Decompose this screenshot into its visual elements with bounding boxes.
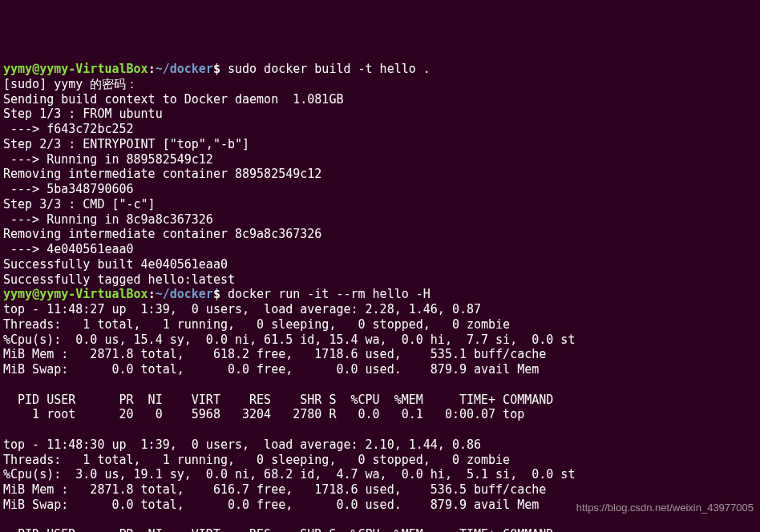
- top-output-line: Threads: 1 total, 1 running, 0 sleeping,…: [3, 317, 510, 332]
- prompt-tilde: ~: [156, 287, 163, 301]
- prompt-slash: /: [163, 287, 170, 301]
- prompt-at: @: [32, 62, 39, 76]
- top-output-line: %Cpu(s): 0.0 us, 15.4 sy, 0.0 ni, 61.5 i…: [3, 332, 575, 347]
- build-output-line: ---> Running in 8c9a8c367326: [3, 212, 213, 227]
- terminal-viewport[interactable]: yymy@yymy-VirtualBox:~/docker$ sudo dock…: [3, 62, 757, 532]
- prompt-user: yymy: [3, 62, 32, 76]
- build-output-line: ---> f643c72bc252: [3, 122, 134, 136]
- build-output-line: Step 1/3 : FROM ubuntu: [3, 107, 163, 121]
- build-output-line: Successfully built 4e040561eaa0: [3, 257, 228, 272]
- build-output-line: Removing intermediate container 88958254…: [3, 167, 321, 181]
- prompt-at: @: [32, 287, 39, 301]
- top-output-line: MiB Swap: 0.0 total, 0.0 free, 0.0 used.…: [3, 498, 539, 512]
- prompt-host: yymy-VirtualBox: [39, 287, 148, 301]
- prompt-line-1: yymy@yymy-VirtualBox:~/docker$ sudo dock…: [3, 62, 431, 76]
- top-output-line: PID USER PR NI VIRT RES SHR S %CPU %MEM …: [3, 527, 553, 532]
- top-output-line: MiB Swap: 0.0 total, 0.0 free, 0.0 used.…: [3, 362, 539, 377]
- prompt-slash: /: [163, 62, 170, 76]
- prompt-tilde: ~: [156, 62, 163, 76]
- prompt-line-2: yymy@yymy-VirtualBox:~/docker$ docker ru…: [3, 287, 431, 301]
- prompt-dollar: $: [213, 62, 220, 76]
- top-output-line: %Cpu(s): 3.0 us, 19.1 sy, 0.0 ni, 68.2 i…: [3, 467, 575, 482]
- prompt-host: yymy-VirtualBox: [39, 62, 148, 76]
- top-output-line: Threads: 1 total, 1 running, 0 sleeping,…: [3, 453, 510, 467]
- build-output-line: Successfully tagged hello:latest: [3, 272, 235, 287]
- build-output-line: Removing intermediate container 8c9a8c36…: [3, 227, 321, 241]
- build-output-line: Sending build context to Docker daemon 1…: [3, 92, 343, 107]
- top-output-line: MiB Mem : 2871.8 total, 618.2 free, 1718…: [3, 347, 546, 361]
- prompt-colon: :: [148, 287, 156, 301]
- build-output-line: ---> 4e040561eaa0: [3, 242, 134, 256]
- build-output-line: ---> Running in 889582549c12: [3, 152, 213, 167]
- build-output-line: Step 3/3 : CMD ["-c"]: [3, 197, 156, 212]
- prompt-colon: :: [148, 62, 156, 76]
- top-output-line: top - 11:48:27 up 1:39, 0 users, load av…: [3, 302, 481, 316]
- prompt-dollar: $: [213, 287, 220, 301]
- command-text-2: docker run -it --rm hello -H: [228, 287, 431, 301]
- top-output-line: top - 11:48:30 up 1:39, 0 users, load av…: [3, 437, 481, 452]
- build-output-line: ---> 5ba348790606: [3, 182, 134, 196]
- top-output-line: 1 root 20 0 5968 3204 2780 R 0.0 0.1 0:0…: [3, 407, 524, 421]
- build-output-line: Step 2/3 : ENTRYPOINT ["top","-b"]: [3, 137, 249, 151]
- prompt-user: yymy: [3, 287, 32, 301]
- prompt-path: docker: [170, 62, 213, 76]
- top-output-line: PID USER PR NI VIRT RES SHR S %CPU %MEM …: [3, 393, 553, 407]
- prompt-path: docker: [170, 287, 213, 301]
- build-output-line: [sudo] yymy 的密码：: [3, 77, 138, 91]
- top-output-line: MiB Mem : 2871.8 total, 616.7 free, 1718…: [3, 482, 546, 497]
- command-text-1: sudo docker build -t hello .: [228, 62, 431, 76]
